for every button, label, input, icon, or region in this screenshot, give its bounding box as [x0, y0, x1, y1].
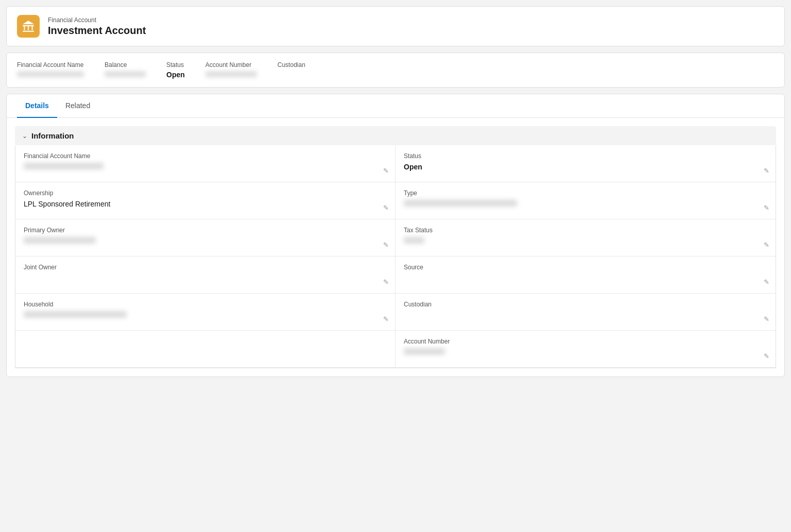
label-primary-owner: Primary Owner [24, 227, 387, 234]
label-joint-owner: Joint Owner [24, 264, 387, 271]
field-source: Source ✎ [396, 256, 776, 294]
field-primary-owner: Primary Owner ✎ [15, 219, 396, 256]
field-tax-status: Tax Status ✎ [396, 219, 776, 256]
summary-field-status: Status Open [166, 61, 185, 79]
summary-value-account-number [205, 71, 257, 79]
header-title-group: Financial Account Investment Account [48, 16, 774, 37]
summary-field-custodian: Custodian [278, 61, 305, 79]
field-financial-account-name: Financial Account Name ✎ [15, 145, 396, 182]
section-title: Information [31, 131, 74, 140]
summary-field-name: Financial Account Name [17, 61, 84, 79]
field-custodian: Custodian ✎ [396, 294, 776, 331]
edit-icon-type[interactable]: ✎ [764, 204, 769, 212]
fields-grid: Financial Account Name ✎ Status Open ✎ O… [15, 145, 776, 368]
value-household [24, 311, 387, 319]
label-ownership: Ownership [24, 190, 387, 197]
label-account-number: Account Number [404, 338, 767, 345]
field-household: Household ✎ [15, 294, 396, 331]
summary-label-balance: Balance [105, 61, 146, 68]
edit-icon-financial-account-name[interactable]: ✎ [383, 167, 389, 175]
value-ownership: LPL Sponsored Retirement [24, 200, 387, 208]
label-household: Household [24, 301, 387, 308]
tab-details[interactable]: Details [17, 94, 57, 118]
label-source: Source [404, 264, 767, 271]
field-empty-left [15, 331, 396, 368]
field-status: Status Open ✎ [396, 145, 776, 182]
tabs: Details Related [7, 94, 784, 118]
summary-bar: Financial Account Name Balance Status Op… [6, 53, 785, 88]
edit-icon-household[interactable]: ✎ [383, 315, 389, 323]
summary-label-status: Status [166, 61, 185, 68]
value-type [404, 200, 767, 208]
summary-label-account-number: Account Number [205, 61, 257, 68]
summary-value-status: Open [166, 71, 185, 79]
header-subtitle: Financial Account [48, 16, 774, 24]
header-card: Financial Account Investment Account [6, 6, 785, 46]
summary-label-custodian: Custodian [278, 61, 305, 68]
field-account-number: Account Number ✎ [396, 331, 776, 368]
edit-icon-custodian[interactable]: ✎ [764, 315, 769, 323]
summary-value-balance [105, 71, 146, 79]
main-card: Details Related ⌄ Information Financial … [6, 94, 785, 377]
chevron-down-icon: ⌄ [22, 132, 27, 140]
edit-icon-account-number[interactable]: ✎ [764, 352, 769, 360]
label-type: Type [404, 190, 767, 197]
summary-field-account-number: Account Number [205, 61, 257, 79]
information-section: ⌄ Information Financial Account Name ✎ S… [15, 126, 776, 368]
value-account-number [404, 348, 767, 356]
value-financial-account-name [24, 163, 387, 171]
label-status: Status [404, 152, 767, 160]
label-tax-status: Tax Status [404, 227, 767, 234]
edit-icon-tax-status[interactable]: ✎ [764, 241, 769, 249]
edit-icon-joint-owner[interactable]: ✎ [383, 278, 389, 286]
edit-icon-status[interactable]: ✎ [764, 167, 769, 175]
summary-label-name: Financial Account Name [17, 61, 84, 68]
summary-field-balance: Balance [105, 61, 146, 79]
edit-icon-source[interactable]: ✎ [764, 278, 769, 286]
tab-related[interactable]: Related [57, 94, 98, 118]
edit-icon-primary-owner[interactable]: ✎ [383, 241, 389, 249]
value-tax-status [404, 237, 767, 245]
bank-icon [17, 15, 40, 38]
label-custodian: Custodian [404, 301, 767, 308]
summary-value-name [17, 71, 84, 79]
edit-icon-ownership[interactable]: ✎ [383, 204, 389, 212]
value-primary-owner [24, 237, 387, 245]
value-status: Open [404, 163, 767, 171]
field-type: Type ✎ [396, 182, 776, 219]
field-joint-owner: Joint Owner ✎ [15, 256, 396, 294]
field-ownership: Ownership LPL Sponsored Retirement ✎ [15, 182, 396, 219]
header-title: Investment Account [48, 25, 774, 37]
section-header-information: ⌄ Information [15, 126, 776, 145]
label-financial-account-name: Financial Account Name [24, 152, 387, 160]
